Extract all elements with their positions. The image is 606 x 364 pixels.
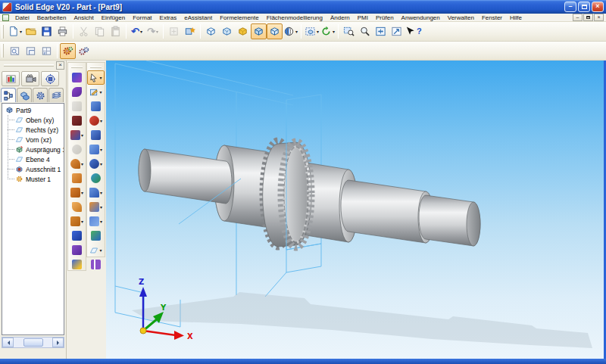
gear[interactable] xyxy=(263,141,312,247)
cutout-button[interactable] xyxy=(87,128,105,142)
tree-item-rechts-yz[interactable]: Rechts (yz) xyxy=(8,125,64,135)
menu-anwendungen[interactable]: Anwendungen xyxy=(398,14,444,21)
revolved-cutout-button[interactable]: ▾ xyxy=(87,142,105,157)
visible-edges-view-button[interactable] xyxy=(267,23,283,39)
toolbar-grip[interactable] xyxy=(2,25,4,39)
bluesurf-button[interactable] xyxy=(68,70,86,85)
plane-button[interactable]: ▾ xyxy=(87,243,105,257)
menu-format[interactable]: Format xyxy=(129,14,155,21)
copy-button[interactable] xyxy=(92,23,108,39)
new-button[interactable]: ▾ xyxy=(7,23,23,39)
swept-surface-button[interactable] xyxy=(68,85,86,99)
pmi-dimension-button[interactable] xyxy=(87,257,105,272)
scroll-track[interactable] xyxy=(14,338,52,347)
tree-item-ausschnitt-1[interactable]: Ausschnitt 1 xyxy=(8,164,64,174)
chamfer-button[interactable]: ▾ xyxy=(87,185,105,200)
menu-aendern[interactable]: Ändern xyxy=(326,14,354,21)
scroll-left-button[interactable] xyxy=(2,338,14,347)
stitched-surface-button[interactable] xyxy=(68,243,86,257)
mdi-close-button[interactable]: × xyxy=(594,14,604,21)
pattern-button[interactable]: ▾ xyxy=(87,200,105,214)
offset-surface-button[interactable]: ▾ xyxy=(68,128,86,142)
print-button[interactable] xyxy=(55,23,70,39)
edgebar-close-button[interactable]: × xyxy=(56,61,64,70)
mirror-button[interactable]: ▾ xyxy=(87,214,105,229)
save-button[interactable] xyxy=(39,23,55,39)
toolbar-grip[interactable] xyxy=(90,67,102,68)
trim-surface-button[interactable]: ▾ xyxy=(68,157,86,171)
tree-item-part9[interactable]: Part9 xyxy=(2,105,64,115)
bounded-surface-button[interactable] xyxy=(68,99,86,114)
menu-pmi[interactable]: PMI xyxy=(354,14,372,21)
hidden-edges-view-button[interactable] xyxy=(219,23,235,39)
menu-einfuegen[interactable]: Einfügen xyxy=(98,14,130,21)
rib-button[interactable] xyxy=(87,229,105,243)
tree-horizontal-scrollbar[interactable] xyxy=(2,337,64,348)
open-button[interactable] xyxy=(23,23,39,39)
3d-viewport-canvas[interactable]: Z X Y xyxy=(106,61,604,359)
intersect-button[interactable] xyxy=(68,200,86,214)
zoom-button[interactable] xyxy=(357,23,373,39)
paste-button[interactable] xyxy=(108,23,123,39)
revolved-protrusion-button[interactable]: ▾ xyxy=(87,114,105,128)
document-icon[interactable] xyxy=(2,14,9,21)
eassistant-gear-calculation-button[interactable] xyxy=(60,43,76,59)
shaded-view-button[interactable] xyxy=(235,23,251,39)
goal-seek-button[interactable] xyxy=(41,71,59,86)
extruded-surface-button[interactable] xyxy=(68,114,86,128)
mdi-restore-button[interactable] xyxy=(583,14,593,21)
menu-bearbeiten[interactable]: Bearbeiten xyxy=(33,14,70,21)
pan-button[interactable] xyxy=(389,23,405,39)
copy-surface-button[interactable] xyxy=(68,142,86,157)
scroll-right-button[interactable] xyxy=(52,338,64,347)
extend-surface-button[interactable] xyxy=(68,171,86,185)
window-layout-button-1[interactable] xyxy=(7,43,23,59)
tree-item-vorn-xz[interactable]: Vorn (xz) xyxy=(8,135,64,145)
sketch-tool-button[interactable]: ▾ xyxy=(87,85,105,99)
update-view-button[interactable]: ▾ xyxy=(320,23,336,39)
3d-viewport[interactable]: Z X Y xyxy=(106,61,604,359)
window-layout-button-2[interactable] xyxy=(23,43,39,59)
update-links-button[interactable] xyxy=(166,23,182,39)
select-tool-button[interactable]: ▾ xyxy=(87,70,105,85)
menu-formelemente[interactable]: Formelemente xyxy=(216,14,263,21)
round-button[interactable] xyxy=(87,171,105,185)
mdi-minimize-button[interactable]: – xyxy=(573,14,583,21)
toolbar-grip[interactable] xyxy=(71,67,83,68)
replace-face-button[interactable]: ▾ xyxy=(68,185,86,200)
layers-tab[interactable] xyxy=(48,88,64,102)
camera-button[interactable] xyxy=(21,71,39,86)
split-button[interactable]: ▾ xyxy=(68,214,86,229)
tree-item-oben-xy[interactable]: Oben (xy) xyxy=(8,115,64,125)
restore-button[interactable] xyxy=(578,2,590,12)
menu-extras[interactable]: Extras xyxy=(156,14,181,21)
pathfinder-tab[interactable] xyxy=(1,88,16,102)
window-layout-button-3[interactable] xyxy=(39,43,55,59)
parting-surface-button[interactable] xyxy=(68,229,86,243)
display-options-button[interactable] xyxy=(2,71,20,86)
menu-eassistant[interactable]: eAssistant xyxy=(180,14,216,21)
menu-pruefen[interactable]: Prüfen xyxy=(372,14,398,21)
named-views-button[interactable]: ▾ xyxy=(304,23,320,39)
common-views-button[interactable]: ▾ xyxy=(283,23,298,39)
hole-button[interactable]: ▾ xyxy=(87,157,105,171)
eassistant-toolbox-button[interactable] xyxy=(76,43,92,59)
undo-button[interactable]: ↶ ▾ xyxy=(129,23,145,39)
fit-button[interactable] xyxy=(373,23,389,39)
tree-item-muster-1[interactable]: Muster 1 xyxy=(8,174,64,184)
menu-fenster[interactable]: Fenster xyxy=(478,14,506,21)
feature-library-tab[interactable] xyxy=(33,88,48,102)
family-of-parts-tab[interactable] xyxy=(17,88,32,102)
tree-item-ebene-4[interactable]: Ebene 4 xyxy=(8,154,64,164)
cut-button[interactable] xyxy=(76,23,92,39)
wireframe-view-button[interactable] xyxy=(203,23,219,39)
close-button[interactable]: × xyxy=(592,2,604,12)
toolbar-grip[interactable] xyxy=(2,44,4,58)
menu-hilfe[interactable]: Hilfe xyxy=(506,14,526,21)
redo-button[interactable]: ↷ ▾ xyxy=(145,23,161,39)
zoom-area-button[interactable] xyxy=(341,23,357,39)
thicken-button[interactable] xyxy=(68,257,86,272)
feature-tree[interactable]: Part9 Oben (xy) Rechts (yz) xyxy=(2,103,64,335)
shaded-with-edges-view-button[interactable] xyxy=(251,23,267,39)
minimize-button[interactable]: – xyxy=(564,2,576,12)
